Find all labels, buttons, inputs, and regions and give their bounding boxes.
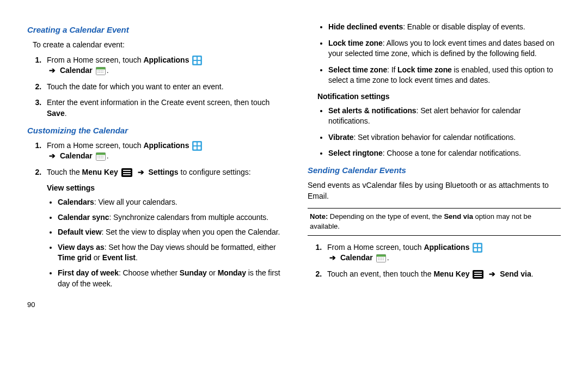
desc: : Enable or disable display of events.	[403, 22, 525, 31]
heading-customizing: Customizing the Calendar	[27, 125, 280, 136]
calendar-icon	[96, 152, 106, 161]
desc: : Set how the Day views should be format…	[105, 243, 276, 252]
arrow-icon: ➔	[329, 253, 336, 262]
desc: : View all your calendars.	[94, 198, 177, 206]
creating-step-2: Touch the date for which you want to ent…	[44, 82, 280, 93]
sending-steps: From a Home screen, touch Applications ➔…	[308, 242, 561, 280]
view-settings-heading: View settings	[47, 183, 280, 194]
applications-icon	[473, 243, 482, 253]
notification-settings-list: Set alerts & notifications: Set alert be…	[308, 106, 561, 159]
label: Vibrate	[328, 133, 354, 142]
note-ref: Send via	[444, 212, 473, 220]
menu-key-icon	[121, 168, 132, 177]
calendar-icon	[376, 254, 386, 262]
arrow-icon: ➔	[49, 66, 56, 75]
applications-icon	[192, 56, 202, 65]
label: First day of week	[58, 268, 119, 277]
send-via-label: Send via	[500, 270, 531, 278]
note-box: Note: Depending on the type of event, th…	[308, 208, 561, 235]
desc: : Synchronize calendars from multiple ac…	[109, 213, 268, 222]
calendar-label: Calendar	[60, 151, 93, 160]
view-settings-list: Calendars: View all your calendars. Cale…	[27, 197, 280, 289]
label: Calendar sync	[58, 213, 109, 222]
creating-step-3: Enter the event information in the Creat…	[44, 97, 280, 119]
option: Event list	[102, 253, 136, 262]
list-item: Set alerts & notifications: Set alert be…	[328, 106, 561, 127]
applications-label: Applications	[424, 243, 469, 252]
arrow-icon: ➔	[489, 270, 495, 278]
label: Calendars	[58, 198, 94, 206]
label: Default view	[58, 228, 102, 236]
label: Select time zone	[328, 65, 387, 74]
note-label: Note:	[310, 212, 330, 220]
list-item: Vibrate: Set vibration behavior for cale…	[328, 132, 561, 143]
option: Time grid	[58, 253, 91, 262]
sending-step-2: Touch an event, then touch the Menu Key …	[324, 269, 561, 280]
page-number: 90	[27, 300, 35, 310]
label: Set alerts & notifications	[328, 106, 416, 115]
calendar-icon	[96, 66, 106, 75]
notification-settings-heading: Notification settings	[317, 91, 561, 102]
text: Touch the	[47, 168, 82, 176]
label: Select ringtone	[328, 149, 383, 157]
arrow-icon: ➔	[49, 151, 56, 160]
label: Hide declined events	[328, 22, 403, 31]
text: From a Home screen, touch	[47, 56, 143, 64]
desc: : Choose whether	[119, 268, 180, 277]
list-item: Lock time zone: Allows you to lock event…	[328, 38, 561, 59]
list-item: Calendar sync: Synchronize calendars fro…	[58, 212, 280, 223]
heading-sending-events: Sending Calendar Events	[308, 164, 561, 176]
creating-steps: From a Home screen, touch Applications ➔…	[27, 55, 280, 119]
option: Monday	[218, 268, 246, 277]
menu-key-label: Menu Key	[433, 270, 469, 278]
customizing-step-2: Touch the Menu Key ➔ Settings to configu…	[44, 167, 280, 178]
view-settings-list-cont: Hide declined events: Enable or disable …	[308, 22, 561, 86]
desc: : Choose a tone for calendar notificatio…	[383, 149, 521, 157]
settings-label: Settings	[148, 168, 178, 176]
creating-step-1: From a Home screen, touch Applications ➔…	[44, 55, 280, 76]
note-text: Depending on the type of event, the	[330, 212, 444, 220]
applications-icon	[192, 141, 202, 151]
label: Lock time zone	[328, 39, 383, 47]
desc: : Set the view to display when you open …	[102, 228, 280, 236]
desc: or	[207, 268, 218, 277]
text: Enter the event information in the Creat…	[47, 98, 270, 107]
list-item: Hide declined events: Enable or disable …	[328, 22, 561, 33]
calendar-label: Calendar	[60, 66, 93, 75]
applications-label: Applications	[143, 56, 189, 64]
heading-creating-event: Creating a Calendar Event	[27, 24, 280, 35]
arrow-icon: ➔	[138, 168, 144, 176]
desc: : Set vibration behavior for calendar no…	[354, 133, 516, 142]
list-item: Select ringtone: Choose a tone for calen…	[328, 148, 561, 159]
desc: : If	[387, 65, 397, 74]
option: Sunday	[180, 268, 207, 277]
sending-description: Send events as vCalendar files by using …	[308, 180, 561, 201]
text: From a Home screen, touch	[327, 243, 424, 252]
text: to configure settings:	[179, 168, 251, 176]
calendar-label: Calendar	[340, 253, 373, 262]
menu-key-label: Menu Key	[82, 168, 118, 176]
sending-step-1: From a Home screen, touch Applications ➔…	[324, 242, 561, 264]
list-item: Select time zone: If Lock time zone is e…	[328, 65, 561, 86]
menu-key-icon	[473, 270, 483, 279]
creating-intro: To create a calendar event:	[33, 40, 280, 51]
list-item: First day of week: Choose whether Sunday…	[58, 268, 280, 289]
list-item: Default view: Set the view to display wh…	[58, 227, 280, 238]
text: Touch an event, then touch the	[327, 270, 433, 278]
desc: or	[91, 253, 102, 262]
list-item: View days as: Set how the Day views shou…	[58, 242, 280, 264]
customizing-steps: From a Home screen, touch Applications ➔…	[27, 140, 280, 178]
ref: Lock time zone	[397, 65, 452, 74]
list-item: Calendars: View all your calendars.	[58, 197, 280, 208]
customizing-step-1: From a Home screen, touch Applications ➔…	[44, 140, 280, 162]
label: View days as	[58, 243, 105, 252]
save-label: Save	[47, 109, 65, 118]
text: From a Home screen, touch	[47, 141, 143, 150]
applications-label: Applications	[143, 141, 189, 150]
